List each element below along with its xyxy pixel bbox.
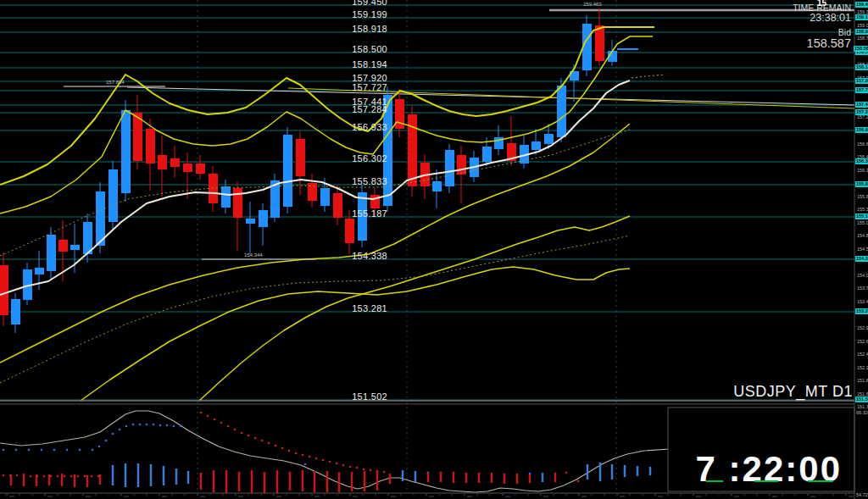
level-price-label: 156.933 [0,123,387,132]
clock-underline-2 [754,480,778,482]
scale-tick-label: 152.42 [857,352,868,357]
scale-level-highlight: 155.18 [855,213,868,219]
oscillator-red-dot [275,445,277,447]
candle-body-bull [432,181,442,191]
oscillator-blue-dot [304,463,307,466]
oscillator-blue-dot [79,449,81,452]
candle-body-bull [531,141,541,150]
scale-level-highlight: 151.50 [855,396,868,402]
oscillator-red-dot [356,467,359,469]
oscillator-blue-dot [105,440,108,442]
candle-body-bull [70,245,80,250]
oscillator-red-dot [349,466,352,469]
candle-body-bull [320,188,330,206]
oscillator-red-dot [322,459,325,462]
oscillator-blue-dot [66,449,69,452]
oscillator-red-dot [220,422,223,424]
oscillator-red-dot [363,469,365,471]
time-remain-block: TIME REMAIN 23:38:01 Bid 158.587 [793,3,851,50]
oscillator-red-dot [577,480,580,483]
oscillator-red-dot [370,469,372,472]
oscillator-red-dot [453,472,455,474]
candle-body-bear [595,25,604,61]
time-remain-value: 23:38:01 [793,13,851,24]
gray-marker-label: 154.344 [244,252,263,258]
scale-level-highlight: 155.83 [855,181,868,187]
oscillator-red-dot [227,425,230,428]
scale-level-highlight: 159.45 [855,2,868,8]
candle-body-bull [482,147,492,162]
oscillator-blue-dot [3,449,5,452]
indicator-scale-bottom: 54.7295 [856,492,868,497]
level-price-label: 159.450 [0,0,387,7]
candle-body-bull [445,150,454,186]
scale-tick-label: 155.34 [857,207,868,212]
scale-level-highlight: 157.72 [855,87,868,93]
oscillator-blue-dot [146,424,148,426]
scale-level-highlight: 153.28 [855,308,868,314]
oscillator-blue-dot [139,424,142,426]
oscillator-red-dot [200,412,203,414]
level-price-label: 157.727 [0,83,387,92]
indicator-scale-top: 66.3249 [856,410,868,415]
scale-level-highlight: 158.91 [855,29,868,35]
oscillator-red-dot [70,475,73,478]
oscillator-blue-dot [41,449,43,452]
oscillator-blue-dot [92,449,94,452]
gray-marker-label: 157.834 [106,80,125,85]
scale-level-highlight: 158.19 [855,64,868,70]
scale-tick-label: 151.89 [857,378,868,383]
trading-chart-window: 159.450159.199158.918158.500158.194157.9… [0,0,868,499]
level-price-label: 156.302 [0,154,387,164]
oscillator-red-dot [91,475,93,478]
scale-tick-label: 153.48 [857,299,868,304]
oscillator-blue-dot [159,424,162,427]
oscillator-red-dot [77,475,80,478]
clock-underline-3 [808,480,833,482]
bid-value: 158.587 [793,37,851,50]
oscillator-red-dot [214,419,216,421]
scale-tick-label: 153.75 [857,286,868,291]
oscillator-blue-dot [173,425,175,428]
oscillator-red-dot [241,432,243,435]
candle-body-bear [196,164,205,174]
oscillator-red-dot [302,454,304,457]
oscillator-red-dot [64,475,66,478]
oscillator-red-dot [234,429,236,431]
oscillator-red-dot [288,450,291,452]
candle-body-bear [345,219,354,243]
oscillator-red-dot [57,475,59,478]
oscillator-red-dot [295,452,298,455]
scale-level-highlight: 157.92 [855,78,868,84]
high-marker-label: 159.463 [583,2,602,7]
scale-tick-label: 152.16 [857,365,868,370]
scale-tick-label: 155.07 [857,220,868,225]
oscillator-blue-dot [153,424,155,426]
scale-bid-highlight: 158.58 [854,46,868,52]
oscillator-red-dot [281,447,284,450]
candle-body-bull [221,186,231,208]
symbol-timeframe-label: USDJPY_MT D1 [733,384,853,400]
oscillator-red-dot [30,475,32,478]
oscillator-red-dot [315,457,318,460]
oscillator-blue-dot [53,449,56,452]
scale-tick-label: 154.54 [857,247,868,252]
level-price-label: 157.284 [0,105,387,114]
scale-tick-label: 156.66 [857,141,868,147]
oscillator-blue-dot [98,446,101,448]
candle-body-bull [246,219,255,224]
scale-tick-label: 159.05 [857,23,868,28]
oscillator-blue-dot [166,424,169,427]
oscillator-red-dot [254,437,257,440]
candle-body-bear [457,155,466,175]
level-price-label: 155.833 [0,177,387,186]
oscillator-blue-dot [119,429,121,431]
oscillator-blue-dot [125,425,128,428]
oscillator-red-dot [84,475,86,478]
oscillator-red-dot [383,471,386,474]
oscillator-red-dot [261,440,264,442]
scale-tick-label: 152.69 [857,339,868,344]
oscillator-red-dot [309,456,311,458]
oscillator-red-dot [3,474,5,477]
scale-level-highlight: 154.33 [855,256,868,262]
